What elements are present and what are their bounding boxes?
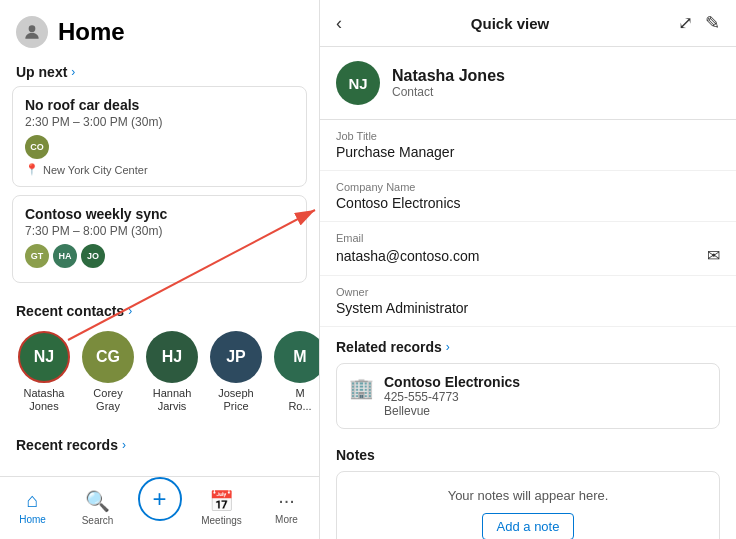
send-email-icon[interactable]: ✉ <box>707 246 720 265</box>
svg-point-0 <box>29 25 36 32</box>
attendee-avatar-co: CO <box>25 135 49 159</box>
qv-label-company: Company Name <box>336 181 720 193</box>
left-scroll-area: Up next › No roof car deals 2:30 PM – 3:… <box>0 56 319 476</box>
card-location-text-0: New York City Center <box>43 164 148 176</box>
card-avatars-1: GT HA JO <box>25 244 294 268</box>
qv-avatar-initials: NJ <box>348 75 367 92</box>
building-icon: 🏢 <box>349 376 374 400</box>
search-icon: 🔍 <box>85 489 110 513</box>
home-header: Home <box>0 0 319 56</box>
quick-view-actions: ⤢ ✎ <box>678 12 720 34</box>
qv-value-jobtitle: Purchase Manager <box>336 144 720 160</box>
nav-more-label: More <box>275 514 298 525</box>
bottom-nav: ⌂ Home 🔍 Search + 📅 Meetings ··· More <box>0 476 319 539</box>
qv-field-jobtitle: Job Title Purchase Manager <box>320 120 736 171</box>
notes-title: Notes <box>336 447 720 463</box>
qv-email-row: natasha@contoso.com ✉ <box>336 246 720 265</box>
up-next-chevron: › <box>71 65 75 79</box>
contact-avatar-jp: JP <box>210 331 262 383</box>
contact-cg[interactable]: CG CoreyGray <box>80 331 136 413</box>
related-records-header[interactable]: Related records › <box>336 339 720 355</box>
qv-value-owner: System Administrator <box>336 300 720 316</box>
contact-hj[interactable]: HJ HannahJarvis <box>144 331 200 413</box>
nav-meetings[interactable]: 📅 Meetings <box>197 489 247 526</box>
related-records-chevron: › <box>446 340 450 354</box>
qv-contact-name: Natasha Jones <box>392 67 505 85</box>
qv-label-email: Email <box>336 232 720 244</box>
nav-home[interactable]: ⌂ Home <box>8 489 58 525</box>
contact-name-nj: NatashaJones <box>24 387 65 413</box>
qv-value-company: Contoso Electronics <box>336 195 720 211</box>
nav-meetings-label: Meetings <box>201 515 242 526</box>
recent-records-label: Recent records <box>16 437 118 453</box>
qv-field-company: Company Name Contoso Electronics <box>320 171 736 222</box>
contact-jp[interactable]: JP JosephPrice <box>208 331 264 413</box>
more-icon: ··· <box>278 489 295 512</box>
related-company-name: Contoso Electronics <box>384 374 520 390</box>
notes-empty-text: Your notes will appear here. <box>448 488 609 503</box>
contact-name-cg: CoreyGray <box>93 387 122 413</box>
related-info: Contoso Electronics 425-555-4773 Bellevu… <box>384 374 520 418</box>
up-next-header[interactable]: Up next › <box>0 56 319 86</box>
fab-add-button[interactable]: + <box>138 477 182 521</box>
home-icon: ⌂ <box>26 489 38 512</box>
contact-name-jp: JosephPrice <box>218 387 253 413</box>
attendee-avatar-jo: JO <box>81 244 105 268</box>
contact-m[interactable]: M MRo... <box>272 331 319 413</box>
card-time-1: 7:30 PM – 8:00 PM (30m) <box>25 224 294 238</box>
contact-nj[interactable]: NJ NatashaJones <box>16 331 72 413</box>
contact-avatar-hj: HJ <box>146 331 198 383</box>
card-time-0: 2:30 PM – 3:00 PM (30m) <box>25 115 294 129</box>
notes-section: Notes Your notes will appear here. Add a… <box>320 435 736 539</box>
recent-contacts-chevron: › <box>128 304 132 318</box>
attendee-avatar-ha: HA <box>53 244 77 268</box>
related-company-phone: 425-555-4773 <box>384 390 520 404</box>
card-title-1: Contoso weekly sync <box>25 206 294 222</box>
contact-avatar-m: M <box>274 331 319 383</box>
contact-avatar-cg: CG <box>82 331 134 383</box>
related-company-city: Bellevue <box>384 404 520 418</box>
qv-value-email: natasha@contoso.com <box>336 248 479 264</box>
nav-search[interactable]: 🔍 Search <box>73 489 123 526</box>
qv-label-jobtitle: Job Title <box>336 130 720 142</box>
back-button[interactable]: ‹ <box>336 13 342 34</box>
attendee-avatar-gt: GT <box>25 244 49 268</box>
notes-empty-card: Your notes will appear here. Add a note <box>336 471 720 539</box>
card-location-0: 📍 New York City Center <box>25 163 294 176</box>
left-panel: Home Up next › No roof car deals 2:30 PM… <box>0 0 320 539</box>
page-title: Home <box>58 18 125 46</box>
right-panel: ‹ Quick view ⤢ ✎ NJ Natasha Jones Contac… <box>320 0 736 539</box>
nav-home-label: Home <box>19 514 46 525</box>
quick-view-title: Quick view <box>471 15 549 32</box>
edit-icon[interactable]: ✎ <box>705 12 720 34</box>
card-no-roof[interactable]: No roof car deals 2:30 PM – 3:00 PM (30m… <box>12 86 307 187</box>
location-pin-icon: 📍 <box>25 163 39 176</box>
qv-label-owner: Owner <box>336 286 720 298</box>
qv-contact-avatar: NJ <box>336 61 380 105</box>
up-next-cards: No roof car deals 2:30 PM – 3:00 PM (30m… <box>0 86 319 283</box>
card-avatars-0: CO <box>25 135 294 159</box>
card-title-0: No roof car deals <box>25 97 294 113</box>
qv-contact-info: Natasha Jones Contact <box>392 67 505 99</box>
external-link-icon[interactable]: ⤢ <box>678 12 693 34</box>
qv-field-owner: Owner System Administrator <box>320 276 736 327</box>
recent-contacts-label: Recent contacts <box>16 303 124 319</box>
user-avatar[interactable] <box>16 16 48 48</box>
nav-more[interactable]: ··· More <box>262 489 312 525</box>
contacts-row: NJ NatashaJones CG CoreyGray HJ HannahJa… <box>0 325 319 421</box>
recent-records-chevron: › <box>122 438 126 452</box>
qv-contact-row: NJ Natasha Jones Contact <box>320 47 736 120</box>
qv-field-email: Email natasha@contoso.com ✉ <box>320 222 736 276</box>
recent-records-header[interactable]: Recent records › <box>0 429 319 459</box>
card-contoso-sync[interactable]: Contoso weekly sync 7:30 PM – 8:00 PM (3… <box>12 195 307 283</box>
meetings-icon: 📅 <box>209 489 234 513</box>
contact-avatar-nj: NJ <box>18 331 70 383</box>
contact-name-m: MRo... <box>288 387 311 413</box>
related-records-section: Related records › 🏢 Contoso Electronics … <box>320 327 736 435</box>
add-note-button[interactable]: Add a note <box>482 513 575 539</box>
related-card-contoso[interactable]: 🏢 Contoso Electronics 425-555-4773 Belle… <box>336 363 720 429</box>
up-next-label: Up next <box>16 64 67 80</box>
recent-contacts-header[interactable]: Recent contacts › <box>0 295 319 325</box>
quick-view-header: ‹ Quick view ⤢ ✎ <box>320 0 736 47</box>
related-records-title: Related records <box>336 339 442 355</box>
